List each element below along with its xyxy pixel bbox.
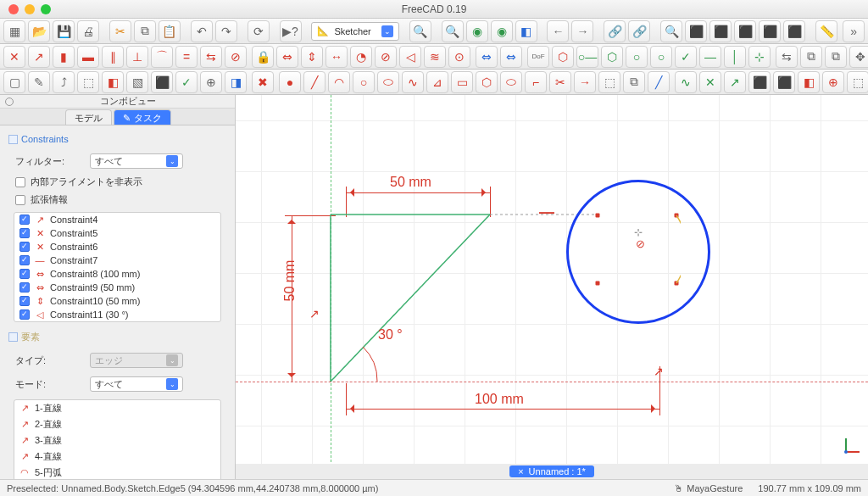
constraint-item[interactable]: — Constraint7 [14, 254, 220, 267]
zoom-all-button[interactable]: 🔍 [442, 20, 464, 42]
constraint-item[interactable]: ✕ Constraint6 [14, 240, 220, 254]
checkbox-icon[interactable] [19, 309, 30, 320]
constrain-snell-button[interactable]: ≋ [424, 46, 446, 68]
map-sketch-button[interactable]: ▧ [126, 71, 148, 93]
constrain-block-button[interactable]: ⊘ [225, 46, 247, 68]
constrain-radius-button[interactable]: ◔ [350, 46, 372, 68]
constraint-item[interactable]: ⇔ Constraint9 (50 mm) [14, 281, 220, 294]
bspline-convert-button[interactable]: ◧ [798, 71, 820, 93]
checkbox-icon[interactable] [19, 215, 30, 225]
extended-info-row[interactable]: 拡張情報 [5, 191, 230, 209]
copy-button[interactable]: ⧉ [134, 20, 156, 42]
bspline-poly-button[interactable]: ✕ [699, 71, 721, 93]
constrain-lock-button[interactable]: 🔒 [252, 46, 274, 68]
link-button[interactable]: 🔗 [604, 20, 626, 42]
checkbox-icon[interactable] [19, 228, 30, 238]
bspline-increase-button[interactable]: ⊕ [822, 71, 844, 93]
link-group-button[interactable]: 🔗 [628, 20, 650, 42]
constraint-item[interactable]: ⇕ Constraint10 (50 mm) [14, 294, 220, 308]
merge-button[interactable]: ⊕ [200, 71, 222, 93]
constrain-point-on-button[interactable]: ↗ [28, 46, 50, 68]
element-item[interactable]: ↗ 2-直線 [14, 416, 220, 432]
bspline-comb-button[interactable]: ↗ [724, 71, 746, 93]
dimension-50mm-v-label[interactable]: 50 mm [282, 260, 298, 302]
sketch-arc-edge[interactable] [676, 215, 681, 283]
bspline-knot-button[interactable]: ⬛ [748, 71, 771, 93]
element-item[interactable]: ◠ 5-円弧 [14, 465, 220, 479]
checkbox-icon[interactable] [15, 195, 25, 205]
checkbox-icon[interactable] [19, 296, 30, 306]
nav-back-button[interactable]: ← [547, 20, 569, 42]
hide-internal-row[interactable]: 内部アライメントを非表示 [5, 173, 230, 191]
toggle-driving-button[interactable]: ⇔ [476, 46, 498, 68]
doc-close-icon[interactable]: × [518, 466, 523, 476]
create-slot-button[interactable]: ⬭ [500, 71, 522, 93]
create-polygon-button[interactable]: ⬡ [476, 71, 498, 93]
select-v-axis-button[interactable]: │ [724, 46, 746, 68]
cut-button[interactable]: ✂ [109, 20, 131, 42]
front-view-button[interactable]: ⬛ [709, 20, 732, 42]
constrain-symmetric-button[interactable]: ⇆ [200, 46, 222, 68]
constraint-item[interactable]: ↗ Constraint4 [14, 213, 220, 226]
sketch-viewport[interactable]: 50 mm 50 mm 100 mm 30 ° ↗ ↗ — ⊘ ⊹ [236, 95, 868, 479]
tab-model[interactable]: モデル [65, 109, 112, 125]
create-ellipse-button[interactable]: ⬭ [377, 71, 399, 93]
sketch-edge-diagonal[interactable] [331, 215, 490, 382]
checkbox-icon[interactable] [15, 177, 25, 187]
measure-button[interactable]: 📏 [815, 20, 837, 42]
trim-button[interactable]: ✂ [549, 71, 571, 93]
select-conflicting-button[interactable]: ✓ [675, 46, 697, 68]
new-sketch-button[interactable]: ▢ [3, 71, 25, 93]
view-section-button[interactable]: ◧ [102, 71, 124, 93]
create-point-button[interactable]: ● [279, 71, 301, 93]
filter-select[interactable]: すべて ⌄ [90, 153, 183, 169]
create-polyline-button[interactable]: ⊿ [426, 71, 448, 93]
carbon-copy-button[interactable]: ⧉ [623, 71, 645, 93]
external-geo-button[interactable]: ⬚ [598, 71, 620, 93]
save-file-button[interactable]: 💾 [53, 20, 75, 42]
paste-button[interactable]: 📋 [159, 20, 181, 42]
undo-button[interactable]: ↶ [191, 20, 213, 42]
dimension-100mm-label[interactable]: 100 mm [475, 392, 524, 407]
create-fillet-button[interactable]: ⌐ [525, 71, 547, 93]
wireframe-button[interactable]: ◉ [491, 20, 513, 42]
horizontal-constraint-icon[interactable]: — [539, 203, 554, 221]
constrain-diameter-button[interactable]: ⊘ [375, 46, 397, 68]
iso-view-button[interactable]: ⬛ [685, 20, 707, 42]
select-constraints-button[interactable]: ⬡ [601, 46, 623, 68]
select-dof-button[interactable]: DoF [527, 46, 549, 68]
constrain-coincident-button[interactable]: ✕ [3, 46, 25, 68]
constraint-item[interactable]: ⇔ Constraint8 (100 mm) [14, 267, 220, 281]
constraint-item[interactable]: ✕ Constraint5 [14, 226, 220, 240]
top-view-button[interactable]: ⬛ [734, 20, 756, 42]
constrain-internal-button[interactable]: ⊙ [448, 46, 470, 68]
select-redundant-button[interactable]: ○ [650, 46, 672, 68]
stop-op-button[interactable]: ✖ [252, 71, 274, 93]
virtual-space-button[interactable]: ⬚ [847, 71, 868, 93]
validate-button[interactable]: ✓ [175, 71, 198, 93]
constrain-hdist-button[interactable]: ⇔ [276, 46, 298, 68]
create-circle-button[interactable]: ○ [353, 71, 375, 93]
tab-task[interactable]: ✎ タスク [114, 109, 170, 125]
toggle-construction-button[interactable]: ╱ [648, 71, 670, 93]
checkbox-icon[interactable] [19, 282, 30, 293]
dimension-angle-label[interactable]: 30 ° [378, 327, 403, 343]
zoom-select-button[interactable]: 🔍 [660, 20, 682, 42]
constrain-vertical-button[interactable]: ▮ [53, 46, 75, 68]
create-arc-button[interactable]: ◠ [328, 71, 350, 93]
print-button[interactable]: 🖨 [77, 20, 99, 42]
coincident-constraint-icon[interactable]: ↗ [654, 365, 664, 378]
element-item[interactable]: ↗ 1-直線 [14, 400, 220, 416]
rear-view-button[interactable]: ⬛ [783, 20, 805, 42]
checkbox-icon[interactable] [19, 255, 30, 265]
move-button[interactable]: ✥ [849, 46, 868, 68]
create-line-button[interactable]: ╱ [303, 71, 326, 93]
clone-button[interactable]: ⧉ [800, 46, 822, 68]
connect-button[interactable]: ○— [576, 46, 598, 68]
draw-style-button[interactable]: ◉ [466, 20, 488, 42]
constrain-dist-button[interactable]: ↔ [326, 46, 348, 68]
symmetry-button[interactable]: ⇆ [776, 46, 798, 68]
document-tab[interactable]: × Unnamed : 1* [509, 465, 594, 477]
right-view-button[interactable]: ⬛ [759, 20, 781, 42]
select-elements-button[interactable]: ○ [626, 46, 648, 68]
